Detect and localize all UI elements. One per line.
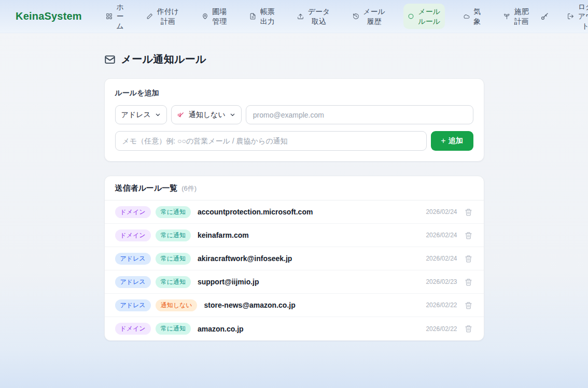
envelope-icon [104,54,116,65]
rule-date: 2026/02/23 [426,278,457,285]
rule-value: akiracraftwork@infoseek.jp [198,254,292,263]
logout-icon [567,13,574,20]
nav-item-data-import[interactable]: データ取込 [293,4,334,28]
rule-type-select[interactable]: アドレス [115,105,167,124]
delete-rule-button[interactable] [464,324,473,334]
trash-icon [465,232,472,239]
rule-action-badge: 常に通知 [156,253,191,265]
add-rule-button[interactable]: + 追加 [431,131,473,151]
nav-item-label: メール履歴 [363,7,385,25]
circle-icon [408,13,414,20]
chevron-down-icon [230,112,235,118]
delete-rule-button[interactable] [464,231,473,240]
rule-action-badge: 常に通知 [156,206,191,218]
rule-type-badge: アドレス [115,253,151,265]
app-logo[interactable]: KeinaSystem [16,10,82,22]
sprout-icon [503,13,510,20]
main-content: メール通知ルール ルールを追加 アドレス 通知しない + 追加 [104,52,484,341]
key-icon [540,12,549,21]
nav-item-mail-rules[interactable]: メールルール [403,4,444,28]
sender-rules-count: (6件) [181,184,197,193]
logout-label: ログアウト [578,2,588,31]
rule-row: アドレス 常に通知 support@iijmio.jp 2026/02/23 [105,270,484,294]
nav-item-label: 気象 [473,7,481,25]
rule-row: アドレス 通知しない store-news@amazon.co.jp 2026/… [105,294,484,317]
rule-row: アドレス 常に通知 akiracraftwork@infoseek.jp 202… [105,247,484,270]
nav-item-fertilizer-plan[interactable]: 施肥計画 [499,4,533,28]
rule-value: store-news@amazon.co.jp [204,301,295,309]
home-grid-icon [106,13,113,20]
chevron-down-icon [155,112,161,118]
trash-icon [465,325,472,333]
nav-item-report-output[interactable]: 帳票出力 [245,4,279,28]
delete-rule-button[interactable] [464,300,473,310]
document-icon [249,13,256,20]
delete-rule-button[interactable] [464,207,473,217]
nav-item-planting-plan[interactable]: 作付け計画 [142,4,183,28]
add-rule-row-1: アドレス 通知しない [115,105,473,124]
trash-icon [465,278,472,286]
nav-item-weather[interactable]: 気象 [459,4,485,28]
nav-item-label: 圃場管理 [212,7,227,25]
map-pin-icon [202,13,208,20]
nav-item-label: メールルール [418,7,440,25]
add-rule-row-2: + 追加 [115,131,473,151]
pencil-icon [146,13,153,20]
rule-type-badge: ドメイン [115,323,151,335]
nav-item-label: 帳票出力 [260,7,275,25]
sender-rules-card: 送信者ルール一覧 (6件) ドメイン 常に通知 accountprotectio… [104,176,484,341]
sender-rules-header: 送信者ルール一覧 (6件) [105,176,484,200]
rule-value: amazon.co.jp [198,325,244,333]
rule-type-badge: ドメイン [115,229,151,241]
nav-item-home[interactable]: ホーム [102,0,128,34]
nav-item-label: 作付け計画 [157,7,179,25]
delete-rule-button[interactable] [464,254,473,264]
memo-input[interactable] [115,131,427,151]
top-navbar: KeinaSystem ホーム 作付け計画 圃場管理 帳票出力 データ取込 メー… [0,0,588,33]
rule-date: 2026/02/24 [426,208,457,215]
nav-item-mail-history[interactable]: メール履歴 [348,4,389,28]
sender-rules-title: 送信者ルール一覧 [115,183,178,193]
add-button-label: 追加 [449,136,463,146]
rule-date: 2026/02/24 [426,232,457,239]
add-rule-title: ルールを追加 [115,89,473,98]
rule-value: keinafarm.com [198,231,249,239]
rule-row: ドメイン 常に通知 keinafarm.com 2026/02/24 [105,224,484,247]
rule-value: accountprotection.microsoft.com [198,208,313,216]
rule-row: ドメイン 常に通知 accountprotection.microsoft.co… [105,200,484,224]
rule-date: 2026/02/22 [426,325,457,333]
nav-item-label: データ取込 [307,7,330,25]
rule-action-badge: 常に通知 [156,229,191,241]
rule-value: support@iijmio.jp [198,278,259,286]
add-rule-card: ルールを追加 アドレス 通知しない + 追加 [104,78,484,162]
plus-icon: + [441,137,445,145]
rule-type-badge: ドメイン [115,206,151,218]
key-button[interactable] [537,9,552,24]
main-nav: ホーム 作付け計画 圃場管理 帳票出力 データ取込 メール履歴 メールルール [102,0,534,34]
rule-type-badge: アドレス [115,276,151,288]
rule-type-badge: アドレス [115,299,151,311]
upload-icon [297,13,304,20]
delete-rule-button[interactable] [464,277,473,287]
rule-date: 2026/02/22 [426,301,457,309]
page-title: メール通知ルール [104,52,484,66]
rule-type-value: アドレス [121,110,151,120]
address-input[interactable] [246,105,473,124]
header-right-group: ログアウト [537,0,588,34]
rule-date: 2026/02/24 [426,255,457,262]
nav-item-label: ホーム [116,2,124,31]
trash-icon [465,208,472,216]
mute-icon [177,111,185,119]
cloud-icon [463,13,470,20]
trash-icon [465,255,472,263]
trash-icon [465,301,472,309]
rule-action-value: 通知しない [189,110,226,120]
rule-action-badge: 通知しない [156,299,198,311]
rule-action-badge: 常に通知 [156,323,191,335]
page-title-text: メール通知ルール [121,52,206,66]
rule-action-select[interactable]: 通知しない [171,105,242,124]
rule-action-badge: 常に通知 [156,276,191,288]
nav-item-field-management[interactable]: 圃場管理 [198,4,231,28]
rule-row: ドメイン 常に通知 amazon.co.jp 2026/02/22 [105,317,484,340]
logout-button[interactable]: ログアウト [563,0,588,34]
